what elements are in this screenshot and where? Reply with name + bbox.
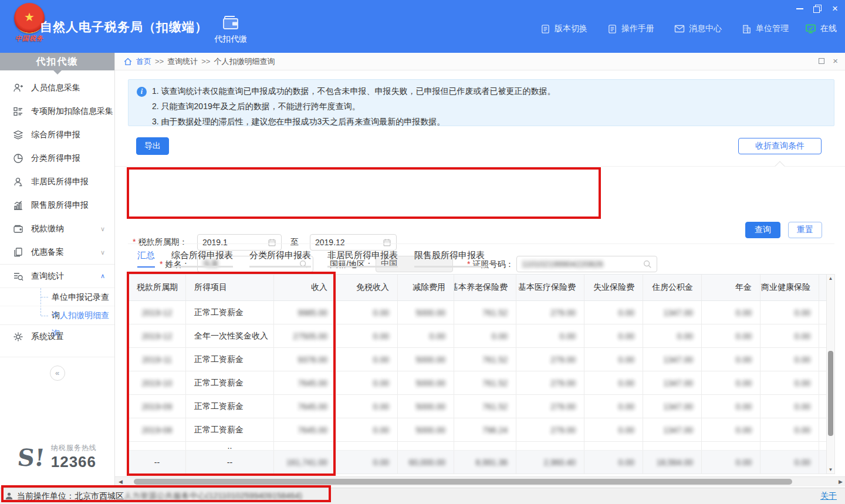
sidebar-item-classified-income-declaration[interactable]: 分类所得申报 [0,147,114,170]
close-icon[interactable]: × [831,5,839,13]
cell-period: 2019-12 [129,301,186,324]
table-row-partial: .. [129,442,826,451]
collapse-query-button[interactable]: 收折查询条件 [738,138,822,154]
sidebar-item-special-deduction-collection[interactable]: 专项附加扣除信息采集 [0,100,114,123]
cell-item: 全年一次性奖金收入 [186,324,274,347]
cell-clipped [819,451,826,473]
top-tab-withholding[interactable]: 代扣代缴 [204,9,257,48]
minimize-icon[interactable] [796,5,804,13]
sidebar-collapse-button[interactable]: « [50,366,65,381]
column-header-pension: 基本养老保险费 [454,275,516,300]
about-link[interactable]: 关于 [820,491,837,502]
cell-income: 9378.00 [274,348,336,371]
cell-commercial-health: 0.00 [760,371,819,394]
cell-pension: 761.52 [454,301,516,324]
notice-line: 2. 只能查询2019年及之后的数据，不能进行跨年度查询。 [152,100,824,113]
sidebar-subitem-personal-withholding-detail-query[interactable]: 个人扣缴明细查询 [0,306,114,324]
column-header-unemployment: 失业保险费 [584,275,643,300]
header-nav-operation-manual[interactable]: 操作手册 [607,23,654,34]
cell-housing-fund [643,442,702,450]
table-row[interactable]: 2019-11正常工资薪金9378.000.005000.00761.52279… [129,348,826,371]
column-header-housing-fund: 住房公积金 [643,275,702,300]
cell-pension: 8,991.36 [454,451,516,473]
cell-deduction [398,442,454,450]
export-button[interactable]: 导出 [136,137,169,155]
cell-commercial-health: 0.00 [760,324,819,347]
column-header-period: 税款所属期 [129,275,186,300]
tab-summary[interactable]: 汇总 [137,250,155,268]
sidebar-item-restricted-stock-declaration[interactable]: 限售股所得申报 [0,194,114,217]
tab-classified-report[interactable]: 分类所得申报表 [249,250,311,268]
period-to-input[interactable]: 2019.12 [310,234,397,251]
sidebar-item-system-settings[interactable]: 系统设置 [0,325,114,349]
result-table: 税款所属期所得项目收入免税收入减除费用基本养老保险费基本医疗保险费失业保险费住房… [128,274,826,474]
reset-button[interactable]: 重置 [788,222,822,238]
hotline-label: 纳税服务热线 [51,443,97,453]
close-panel-icon[interactable]: × [833,57,838,65]
cell-housing-fund: 1347.00 [643,348,702,371]
user-icon [13,177,23,187]
cell-housing-fund: 1347.00 [643,371,702,394]
info-icon: i [137,87,147,97]
id-number-input[interactable]: 110102199904220826 [516,256,657,272]
scroll-right-icon[interactable]: ▶ [839,479,843,485]
scroll-down-icon[interactable]: ▼ [827,467,834,472]
sidebar-item-query-statistics[interactable]: 查询统计∧ [0,264,114,287]
sidebar-item-nonresident-income-declaration[interactable]: 非居民所得申报 [0,170,114,194]
unit-management-icon [742,24,752,34]
table-row[interactable]: 2019-10正常工资薪金7645.000.005000.00761.52279… [129,371,826,395]
operation-manual-icon [607,24,617,34]
tab-comprehensive-report[interactable]: 综合所得申报表 [171,250,233,268]
tab-nonresident-report[interactable]: 非居民所得申报表 [327,250,398,268]
cell-item: 正常工资薪金 [186,371,274,394]
header-nav-version-switch[interactable]: 版本切换 [540,23,587,34]
column-header-medical: 基本医疗保险费 [516,275,584,300]
chevron-up-icon: ∧ [100,272,105,280]
result-tabs: 汇总综合所得申报表分类所得申报表非居民所得申报表限售股所得申报表 [137,250,485,268]
trend-icon [13,200,23,211]
window-controls: × [796,4,839,14]
column-header-annuity: 年金 [702,275,760,300]
cell-pension: 761.52 [454,395,516,418]
sidebar-item-personnel-info-collection[interactable]: 人员信息采集 [0,76,114,100]
cell-annuity [702,442,760,450]
cell-clipped [819,324,826,347]
period-from-input[interactable]: 2019.1 [197,234,282,251]
breadcrumb-home[interactable]: 首页 [136,56,151,67]
vertical-scroll-thumb[interactable] [828,351,833,436]
vertical-scrollbar[interactable]: ▲ ▼ [826,274,835,474]
sidebar-item-label: 税款缴纳 [31,224,64,234]
cell-annuity: 0.00 [702,348,760,371]
column-header-income: 收入 [274,275,336,300]
tab-restricted-stock-report[interactable]: 限售股所得申报表 [414,250,485,268]
sidebar-item-tax-payment[interactable]: 税款缴纳∨ [0,217,114,241]
cell-tax-free-income: 0.00 [336,418,398,441]
cell-unemployment: 0.00 [584,324,643,347]
search-button[interactable]: 查询 [745,222,780,238]
table-row[interactable]: 2019-12正常工资薪金9985.000.005000.00761.52279… [129,301,826,324]
horizontal-scroll-thumb[interactable] [134,479,792,485]
sidebar-item-comprehensive-income-declaration[interactable]: 综合所得申报 [0,123,114,147]
maximize-panel-icon[interactable] [819,58,824,64]
horizontal-scrollbar[interactable]: ◀ ▶ [115,476,845,486]
scroll-up-icon[interactable]: ▲ [827,276,834,281]
header-nav-message-center[interactable]: 消息中心 [674,23,722,34]
search-icon[interactable] [643,259,652,269]
sidebar-item-label: 综合所得申报 [31,130,80,140]
restore-icon[interactable] [813,5,822,13]
cell-deduction: 5000.00 [398,301,454,324]
hotline-block: S! 纳税服务热线 12366 [0,443,114,471]
sidebar-subitem-unit-declaration-record-query[interactable]: 单位申报记录查询 [0,288,114,306]
scroll-left-icon[interactable]: ◀ [119,479,123,485]
cell-unemployment: 0.00 [584,418,643,441]
cell-tax-free-income: 0.00 [336,451,398,473]
sidebar-item-preferential-filing[interactable]: 优惠备案∨ [0,241,114,264]
table-row[interactable]: 2019-09正常工资薪金7645.000.005000.00761.52279… [129,395,826,418]
notice-line: 3. 由于数据处理的滞后性，建议您在申报成功3天之后再来查询最新的申报数据。 [152,116,824,128]
sidebar: 代扣代缴 人员信息采集专项附加扣除信息采集综合所得申报分类所得申报非居民所得申报… [0,53,115,488]
cell-tax-free-income: 0.00 [336,348,398,371]
table-row[interactable]: 2019-12全年一次性奖金收入27505.000.000.000.000.00… [129,324,826,348]
table-row[interactable]: 2019-08正常工资薪金7645.000.005000.00798.24279… [129,418,826,442]
header-nav-unit-management[interactable]: 单位管理 [742,23,789,34]
hotline-number: 12366 [51,453,97,471]
